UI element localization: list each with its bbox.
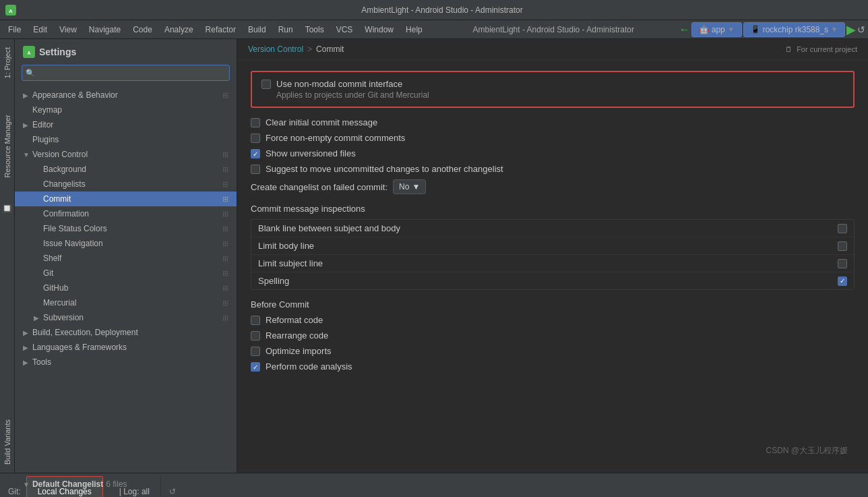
tree-arrow-vc: ▼	[23, 151, 32, 158]
tree-arrow-lang: ▶	[23, 344, 32, 351]
clear-initial-row: Clear initial commit message	[251, 117, 855, 127]
copy-icon-changelists: ⊞	[222, 180, 228, 189]
optimize-checkbox[interactable]	[251, 347, 260, 356]
tree-item-git[interactable]: Git ⊞	[15, 266, 237, 281]
menu-vcs[interactable]: VCS	[331, 24, 359, 36]
changelist-failed-row: Create changelist on failed commit: No ▼	[251, 179, 855, 194]
menu-edit[interactable]: Edit	[28, 24, 53, 36]
inspection-limit-body-cb[interactable]	[838, 241, 847, 251]
suggest-move-checkbox[interactable]	[251, 165, 260, 174]
force-nonempty-row: Force non-empty commit comments	[251, 133, 855, 143]
optimize-label: Optimize imports	[266, 346, 332, 356]
menu-file[interactable]: File	[3, 24, 26, 36]
run-btn[interactable]: ▶	[846, 22, 856, 37]
rearrange-checkbox[interactable]	[251, 331, 260, 341]
menu-window[interactable]: Window	[359, 24, 399, 36]
tree-label-bg: Background	[43, 165, 222, 174]
tree-arrow-tools: ▶	[23, 359, 32, 366]
tree-item-commit[interactable]: Commit ⊞	[15, 192, 237, 206]
title-bar: A AmbientLight - Android Studio - Admini…	[0, 0, 868, 20]
reformat-checkbox[interactable]	[251, 316, 260, 325]
tree-item-mercurial[interactable]: Mercurial ⊞	[15, 295, 237, 310]
inspection-blank-line-label: Blank line between subject and body	[258, 223, 838, 233]
copy-icon-vc: ⊞	[222, 150, 228, 159]
left-sidebar: 1: Project Resource Manager 🔲 Build Vari…	[0, 39, 15, 473]
tree-arrow-appearance: ▶	[23, 92, 32, 99]
use-nonmodal-checkbox[interactable]	[261, 80, 271, 89]
tree-item-editor[interactable]: ▶ Editor	[15, 117, 237, 132]
device-btn[interactable]: 📱 rockchip rk3588_s ▼	[743, 22, 845, 37]
inspection-limit-subject-cb[interactable]	[838, 259, 847, 268]
changelist-dropdown[interactable]: No ▼	[393, 179, 426, 194]
sidebar-icon-structure[interactable]: 🔲	[1, 202, 13, 214]
run-config-btn[interactable]: 🤖 app ▼	[691, 22, 742, 37]
tree-label-commit: Commit	[43, 194, 222, 204]
dropdown-arrow-icon: ▼	[412, 182, 420, 192]
inspection-blank-line-cb[interactable]	[838, 224, 847, 233]
menu-tools[interactable]: Tools	[300, 24, 330, 36]
inspection-blank-line: Blank line between subject and body	[251, 220, 854, 237]
show-unversioned-checkbox[interactable]	[251, 149, 260, 158]
menu-navigate[interactable]: Navigate	[84, 24, 126, 36]
tree-item-subversion[interactable]: ▶ Subversion ⊞	[15, 310, 237, 325]
tree-item-appearance[interactable]: ▶ Appearance & Behavior ⊞	[15, 88, 237, 103]
menu-run[interactable]: Run	[273, 24, 299, 36]
tree-item-confirmation[interactable]: Confirmation ⊞	[15, 206, 237, 221]
tree-item-tools[interactable]: ▶ Tools	[15, 355, 237, 370]
suggest-move-row: Suggest to move uncommitted changes to a…	[251, 164, 855, 174]
show-unversioned-label: Show unversioned files	[266, 148, 356, 158]
inspection-spelling: Spelling	[251, 272, 854, 289]
inspection-spelling-cb[interactable]	[838, 276, 847, 286]
tree-item-shelf[interactable]: Shelf ⊞	[15, 251, 237, 266]
highlight-box: Use non-modal commit interface Applies t…	[251, 71, 855, 108]
tree-item-version-control[interactable]: ▼ Version Control ⊞	[15, 147, 237, 162]
breadcrumb-arrow: >	[307, 45, 312, 54]
tree-item-background[interactable]: Background ⊞	[15, 162, 237, 177]
menu-view[interactable]: View	[54, 24, 82, 36]
refresh-btn[interactable]: ↺	[857, 24, 865, 35]
show-unversioned-row: Show unversioned files	[251, 148, 855, 158]
settings-panel: A Settings 🔍 ▶ Appearance & Behavior ⊞ K…	[15, 39, 237, 473]
sidebar-tab-project[interactable]: 1: Project	[2, 42, 13, 84]
tree-item-build-execution[interactable]: ▶ Build, Execution, Deployment	[15, 325, 237, 340]
search-icon: 🔍	[26, 69, 35, 78]
force-nonempty-checkbox[interactable]	[251, 134, 260, 143]
bottom-refresh-btn[interactable]: ↺	[164, 484, 181, 498]
menu-help[interactable]: Help	[400, 24, 428, 36]
perform-analysis-checkbox[interactable]	[251, 362, 260, 372]
sidebar-tab-build-variants[interactable]: Build Variants	[2, 414, 13, 470]
tree-label-editor: Editor	[32, 120, 228, 129]
tree-item-github[interactable]: GitHub ⊞	[15, 281, 237, 295]
breadcrumb-version-control[interactable]: Version Control	[248, 45, 303, 54]
tree-item-issue-navigation[interactable]: Issue Navigation ⊞	[15, 236, 237, 251]
force-nonempty-label: Force non-empty commit comments	[266, 133, 405, 143]
tree-label-build: Build, Execution, Deployment	[32, 328, 228, 337]
tree-item-file-status-colors[interactable]: File Status Colors ⊞	[15, 221, 237, 236]
menu-code[interactable]: Code	[127, 24, 158, 36]
back-arrow-btn[interactable]: ←	[679, 24, 690, 36]
refresh-icon: ↺	[169, 487, 176, 496]
search-input[interactable]	[22, 65, 230, 81]
copy-icon-appearance: ⊞	[222, 91, 228, 100]
inspection-limit-subject: Limit subject line	[251, 255, 854, 272]
sidebar-tab-resource-manager[interactable]: Resource Manager	[2, 109, 13, 183]
copy-icon-mercurial: ⊞	[222, 299, 228, 308]
tree-item-languages[interactable]: ▶ Languages & Frameworks	[15, 340, 237, 355]
settings-logo: A	[23, 46, 35, 58]
watermark: CSDN @大玉儿程序媛	[766, 445, 848, 457]
optimize-row: Optimize imports	[251, 346, 855, 356]
tree-item-keymap[interactable]: Keymap	[15, 103, 237, 117]
tree-label-keymap: Keymap	[32, 105, 228, 115]
clear-initial-checkbox[interactable]	[251, 118, 260, 127]
menu-analyze[interactable]: Analyze	[159, 24, 199, 36]
copy-icon-in: ⊞	[222, 239, 228, 248]
menu-refactor[interactable]: Refactor	[200, 24, 241, 36]
settings-title: Settings	[39, 47, 76, 57]
menu-build[interactable]: Build	[243, 24, 272, 36]
inspection-limit-body-label: Limit body line	[258, 241, 838, 251]
tree-item-plugins[interactable]: Plugins	[15, 132, 237, 147]
tree-item-changelists[interactable]: Changelists ⊞	[15, 177, 237, 192]
rearrange-row: Rearrange code	[251, 330, 855, 341]
copy-icon-subversion: ⊞	[222, 314, 228, 322]
changelist-value: No	[399, 182, 409, 192]
